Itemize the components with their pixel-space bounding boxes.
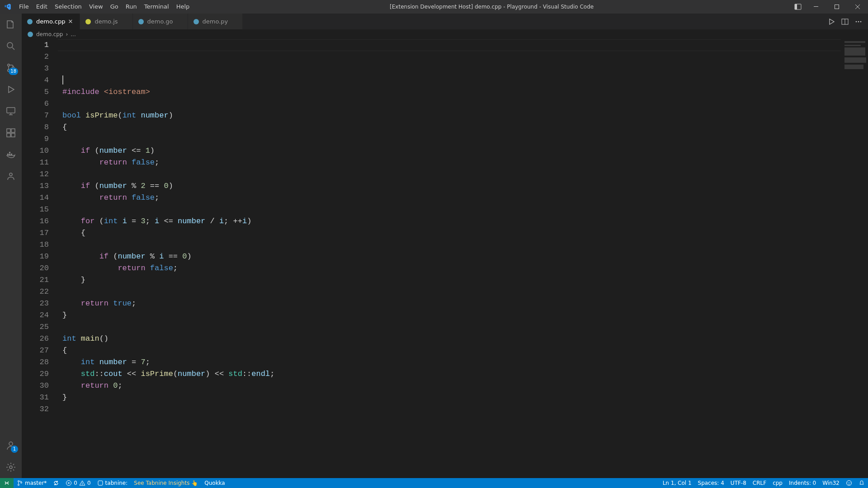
code-line[interactable]: }	[62, 392, 841, 404]
search-icon[interactable]	[0, 35, 22, 57]
code-area[interactable]: #include <iostream>bool isPrime(int numb…	[58, 39, 841, 478]
code-line[interactable]	[62, 204, 841, 216]
code-line[interactable]: std::cout << isPrime(number) << std::end…	[62, 368, 841, 380]
more-actions-icon[interactable]	[854, 17, 863, 27]
source-control-icon[interactable]: 18	[0, 57, 22, 79]
eol[interactable]: CRLF	[750, 478, 769, 488]
line-number: 21	[22, 274, 49, 286]
code-line[interactable]: }	[62, 274, 841, 286]
code-line[interactable]: int main()	[62, 333, 841, 345]
extensions-icon[interactable]	[0, 122, 22, 144]
code-line[interactable]	[62, 133, 841, 145]
minimize-button[interactable]	[806, 0, 826, 14]
git-sync[interactable]	[50, 478, 62, 488]
feedback-icon[interactable]	[843, 478, 855, 488]
settings-gear-icon[interactable]	[0, 456, 22, 478]
code-line[interactable]: if (number % 2 == 0)	[62, 180, 841, 192]
code-line[interactable]: for (int i = 3; i <= number / i; ++i)	[62, 216, 841, 227]
minimap[interactable]	[841, 39, 868, 478]
menu-help[interactable]: Help	[173, 0, 193, 14]
editor-body[interactable]: 1234567891011121314151617181920212223242…	[22, 39, 868, 478]
remote-explorer-icon[interactable]	[0, 100, 22, 122]
tabnine-status[interactable]: tabnine:	[94, 478, 131, 488]
notifications-icon[interactable]	[855, 478, 868, 488]
breadcrumbs[interactable]: demo.cpp › ...	[22, 29, 868, 39]
layout-toggle-icon[interactable]	[790, 0, 806, 14]
code-line[interactable]: {	[62, 227, 841, 239]
code-line[interactable]	[62, 439, 841, 450]
titlebar: FileEditSelectionViewGoRunTerminalHelp […	[0, 0, 868, 14]
editor-tabs: demo.cpp✕demo.js✕demo.go✕demo.py✕	[22, 14, 868, 29]
live-share-icon[interactable]	[0, 165, 22, 187]
code-line[interactable]: return 0;	[62, 380, 841, 392]
line-number: 22	[22, 286, 49, 298]
accounts-icon[interactable]: 1	[0, 435, 22, 456]
activity-bar: 18 1	[0, 14, 22, 478]
close-icon[interactable]: ✕	[68, 18, 75, 25]
line-number: 12	[22, 169, 49, 180]
line-number: 5	[22, 86, 49, 98]
line-number: 23	[22, 298, 49, 310]
menu-terminal[interactable]: Terminal	[141, 0, 173, 14]
tab-demo-go[interactable]: demo.go✕	[133, 14, 188, 29]
platform[interactable]: Win32	[819, 478, 843, 488]
run-icon[interactable]	[826, 17, 836, 27]
cursor-position[interactable]: Ln 1, Col 1	[660, 478, 695, 488]
docker-icon[interactable]	[0, 144, 22, 165]
remote-indicator[interactable]	[0, 478, 14, 488]
tabnine-insights[interactable]: See Tabnine Insights 👆	[131, 478, 201, 488]
js-file-icon	[85, 18, 92, 25]
explorer-icon[interactable]	[0, 14, 22, 35]
code-line[interactable]	[62, 427, 841, 439]
menu-run[interactable]: Run	[122, 0, 141, 14]
svg-point-21	[85, 19, 91, 24]
code-line[interactable]: if (number % i == 0)	[62, 251, 841, 263]
code-line[interactable]: bool isPrime(int number)	[62, 110, 841, 122]
indents-count[interactable]: Indents: 0	[786, 478, 819, 488]
menu-selection[interactable]: Selection	[51, 0, 85, 14]
language-mode[interactable]: cpp	[769, 478, 786, 488]
indentation[interactable]: Spaces: 4	[695, 478, 727, 488]
tab-demo-py[interactable]: demo.py✕	[188, 14, 243, 29]
code-line[interactable]	[62, 98, 841, 110]
line-number: 3	[22, 63, 49, 75]
code-line[interactable]: return false;	[62, 263, 841, 274]
code-line[interactable]	[62, 404, 841, 415]
menu-edit[interactable]: Edit	[33, 0, 51, 14]
code-line[interactable]	[62, 169, 841, 180]
tab-demo-cpp[interactable]: demo.cpp✕	[22, 14, 80, 29]
chevron-right-icon: ›	[66, 31, 68, 38]
encoding[interactable]: UTF-8	[727, 478, 750, 488]
menu-go[interactable]: Go	[107, 0, 122, 14]
line-number: 30	[22, 380, 49, 392]
main: 18 1	[0, 14, 868, 478]
code-line[interactable]	[62, 286, 841, 298]
line-number: 2	[22, 51, 49, 63]
code-line[interactable]: {	[62, 122, 841, 133]
menu-file[interactable]: File	[15, 0, 33, 14]
split-editor-icon[interactable]	[840, 17, 850, 27]
code-line[interactable]	[62, 415, 841, 427]
code-line[interactable]: int number = 7;	[62, 357, 841, 368]
svg-point-37	[847, 481, 852, 486]
code-line[interactable]: }	[62, 310, 841, 321]
quokka-status[interactable]: Quokka	[201, 478, 228, 488]
code-line[interactable]	[62, 75, 841, 86]
code-line[interactable]: #include <iostream>	[62, 86, 841, 98]
line-number: 10	[22, 145, 49, 157]
code-line[interactable]	[62, 239, 841, 251]
code-line[interactable]: return true;	[62, 298, 841, 310]
git-branch[interactable]: master*	[14, 478, 50, 488]
svg-rect-12	[11, 129, 15, 132]
menu-view[interactable]: View	[85, 0, 107, 14]
code-line[interactable]: return false;	[62, 192, 841, 204]
code-line[interactable]	[62, 321, 841, 333]
problems[interactable]: 0 0	[62, 478, 94, 488]
tab-demo-js[interactable]: demo.js✕	[80, 14, 132, 29]
code-line[interactable]: if (number <= 1)	[62, 145, 841, 157]
code-line[interactable]: return false;	[62, 157, 841, 169]
maximize-button[interactable]	[826, 0, 847, 14]
code-line[interactable]: {	[62, 345, 841, 357]
close-button[interactable]	[847, 0, 868, 14]
run-debug-icon[interactable]	[0, 79, 22, 100]
